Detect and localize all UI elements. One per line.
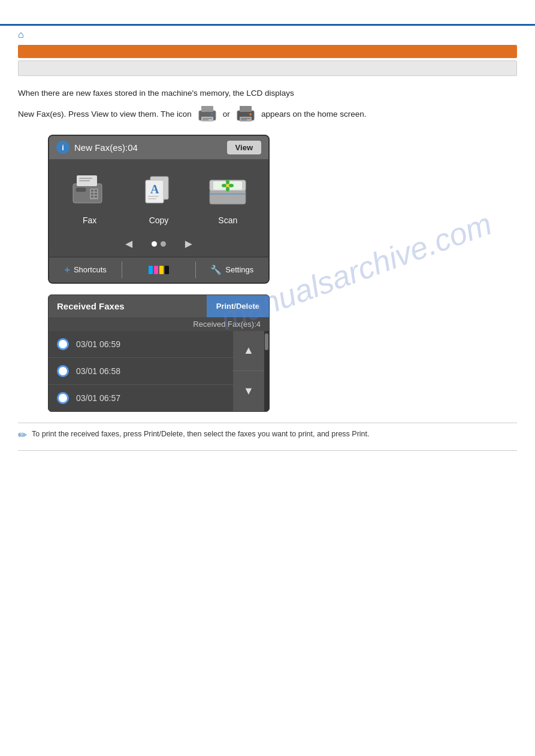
note-section: ✏ To print the received faxes, press Pri… (18, 423, 517, 442)
svg-rect-14 (79, 178, 92, 179)
rf-scrollbar (264, 331, 269, 411)
svg-rect-21 (91, 196, 93, 198)
subtitle-bar (18, 60, 517, 76)
rf-time-3: 03/01 06:57 (76, 393, 225, 403)
rf-time-2: 03/01 06:58 (76, 366, 225, 376)
rf-radio-1[interactable] (57, 338, 69, 350)
fax-machine-icon-2 (235, 105, 256, 124)
svg-rect-7 (240, 106, 252, 112)
device-ui: i New Fax(es):04 View (48, 135, 270, 284)
svg-rect-19 (91, 193, 93, 195)
svg-rect-18 (95, 190, 97, 192)
fax-icon (66, 170, 114, 212)
svg-point-36 (229, 184, 234, 187)
view-button[interactable]: View (227, 141, 261, 154)
rf-radio-2[interactable] (57, 365, 69, 377)
svg-rect-17 (91, 190, 93, 192)
rf-radio-3[interactable] (57, 392, 69, 404)
svg-point-3 (211, 113, 213, 116)
rf-title: Received Faxes (49, 295, 207, 317)
nav-dot-2 (161, 241, 166, 247)
device-toolbar: + Shortcuts 🔧 Settings (49, 257, 268, 283)
settings-label: Settings (225, 265, 253, 274)
scan-icon (204, 170, 252, 212)
nav-area: ◄ ► (49, 231, 268, 257)
svg-point-9 (249, 113, 252, 116)
note-text: To print the received faxes, press Print… (32, 428, 369, 440)
rf-item-2[interactable]: 03/01 06:58 (49, 358, 233, 385)
svg-rect-11 (241, 119, 247, 120)
scroll-up-button[interactable]: ▲ (233, 331, 264, 372)
fax-header: i New Fax(es):04 View (49, 136, 268, 159)
pencil-icon: ✏ (18, 429, 27, 442)
svg-rect-27 (148, 196, 159, 197)
shortcuts-plus-icon: + (65, 265, 70, 275)
copy-icon: A (135, 170, 183, 212)
svg-rect-29 (210, 190, 246, 204)
settings-wrench-icon: 🔧 (210, 265, 222, 275)
bottom-rule (18, 450, 517, 451)
fax-machine-icon-1 (197, 105, 218, 124)
scan-function-item[interactable]: Scan (204, 170, 252, 225)
nav-dots (152, 241, 166, 247)
svg-rect-28 (148, 198, 156, 199)
svg-rect-1 (201, 106, 213, 112)
svg-point-34 (226, 187, 229, 192)
rf-scroll-area: ▲ ▼ (233, 331, 264, 411)
svg-rect-8 (240, 117, 252, 122)
copy-label: Copy (149, 215, 169, 225)
print-delete-button[interactable]: Print/Delete (207, 295, 269, 317)
rf-scrollbar-thumb (265, 333, 268, 350)
copy-function-item[interactable]: A Copy (135, 170, 183, 225)
shortcuts-button[interactable]: + Shortcuts (49, 261, 122, 279)
svg-rect-10 (241, 118, 250, 119)
svg-point-33 (226, 180, 229, 184)
fax-label: Fax (83, 215, 96, 225)
rf-item-3[interactable]: 03/01 06:57 (49, 385, 233, 411)
nav-right-arrow[interactable]: ► (177, 236, 201, 252)
svg-rect-23 (75, 187, 86, 192)
svg-text:A: A (150, 183, 159, 196)
svg-rect-4 (202, 118, 212, 119)
svg-rect-5 (202, 119, 208, 120)
body-paragraph-1: When there are new faxes stored in the m… (18, 87, 517, 100)
ink-icon (149, 266, 169, 274)
scroll-down-button[interactable]: ▼ (233, 371, 264, 411)
home-icon[interactable]: ⌂ (18, 29, 24, 40)
rf-count: Received Fax(es):4 (49, 317, 269, 331)
ink-button[interactable] (122, 262, 195, 278)
scan-label: Scan (218, 215, 237, 225)
info-icon: i (56, 141, 69, 154)
rf-item-1[interactable]: 03/01 06:59 (49, 331, 233, 358)
svg-rect-15 (79, 180, 90, 181)
received-faxes-panel: Received Faxes Print/Delete Received Fax… (48, 294, 270, 412)
home-row: ⌂ (0, 26, 535, 44)
settings-button[interactable]: 🔧 Settings (196, 261, 268, 279)
rf-time-1: 03/01 06:59 (76, 339, 225, 349)
rf-list: 03/01 06:59 03/01 06:58 03/01 06:57 (49, 331, 233, 411)
new-fax-text: New Fax(es):04 (74, 142, 222, 153)
rf-header: Received Faxes Print/Delete (49, 295, 269, 317)
function-area: Fax A Copy (49, 159, 268, 231)
fax-function-item[interactable]: Fax (66, 170, 114, 225)
svg-rect-37 (210, 193, 246, 195)
accent-bar (18, 45, 517, 58)
shortcuts-label: Shortcuts (74, 265, 107, 274)
body-paragraph-2: New Fax(es). Press View to view them. Th… (18, 105, 517, 124)
rf-body-row: 03/01 06:59 03/01 06:58 03/01 06:57 ▲ ▼ (49, 331, 269, 411)
svg-rect-22 (95, 196, 97, 198)
svg-rect-20 (95, 193, 97, 195)
svg-point-35 (222, 184, 226, 187)
svg-rect-2 (201, 117, 213, 122)
nav-left-arrow[interactable]: ◄ (117, 236, 141, 252)
nav-dot-1 (152, 241, 157, 247)
